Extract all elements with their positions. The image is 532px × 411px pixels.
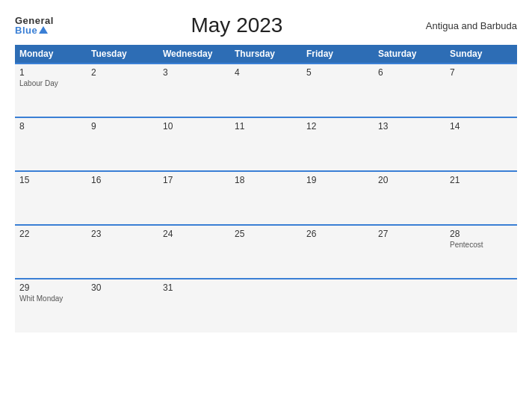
calendar-cell: 9 <box>87 117 158 171</box>
col-header-tuesday: Tuesday <box>87 45 158 64</box>
logo-triangle-icon <box>39 26 48 34</box>
day-number: 1 <box>19 67 82 78</box>
day-number: 15 <box>19 175 82 185</box>
day-number: 4 <box>235 67 297 78</box>
day-number: 7 <box>450 67 513 78</box>
calendar-cell <box>374 279 445 333</box>
day-number: 23 <box>91 229 154 239</box>
calendar-table: MondayTuesdayWednesdayThursdayFridaySatu… <box>15 45 517 333</box>
day-number: 26 <box>306 229 369 239</box>
calendar-cell: 27 <box>374 225 445 279</box>
day-number: 13 <box>378 121 441 132</box>
day-number: 19 <box>306 175 369 185</box>
day-number: 28 <box>450 229 513 239</box>
header: General Blue May 2023 Antigua and Barbud… <box>15 13 517 37</box>
calendar-cell: 17 <box>158 171 230 225</box>
calendar-week-row: 1Labour Day234567 <box>15 64 517 117</box>
day-number: 29 <box>19 282 82 293</box>
calendar-cell: 30 <box>87 279 158 333</box>
day-number: 17 <box>163 175 226 185</box>
calendar-cell: 28Pentecost <box>445 225 517 279</box>
day-number: 21 <box>450 175 513 185</box>
day-number: 31 <box>163 282 226 293</box>
calendar-cell: 11 <box>230 117 302 171</box>
calendar-cell: 22 <box>15 225 87 279</box>
day-number: 16 <box>91 175 154 185</box>
holiday-label: Pentecost <box>450 241 513 249</box>
calendar-cell: 2 <box>87 64 158 117</box>
calendar-cell: 6 <box>374 64 445 117</box>
calendar-cell: 15 <box>15 171 87 225</box>
calendar-cell: 5 <box>302 64 374 117</box>
calendar-cell: 26 <box>302 225 374 279</box>
col-header-friday: Friday <box>302 45 374 64</box>
day-number: 20 <box>378 175 441 185</box>
day-number: 9 <box>91 121 154 132</box>
day-number: 6 <box>378 67 441 78</box>
calendar-cell: 25 <box>230 225 302 279</box>
day-number: 2 <box>91 67 154 78</box>
calendar-cell: 7 <box>445 64 517 117</box>
col-header-thursday: Thursday <box>230 45 302 64</box>
calendar-cell: 10 <box>158 117 230 171</box>
calendar-cell: 21 <box>445 171 517 225</box>
calendar-cell: 31 <box>158 279 230 333</box>
day-number: 14 <box>450 121 513 132</box>
calendar-cell <box>230 279 302 333</box>
day-number: 25 <box>235 229 297 239</box>
calendar-cell: 14 <box>445 117 517 171</box>
calendar-cell: 13 <box>374 117 445 171</box>
calendar-cell <box>302 279 374 333</box>
day-number: 22 <box>19 229 82 239</box>
day-number: 5 <box>306 67 369 78</box>
col-header-monday: Monday <box>15 45 87 64</box>
calendar-cell: 3 <box>158 64 230 117</box>
calendar-cell: 8 <box>15 117 87 171</box>
day-number: 27 <box>378 229 441 239</box>
calendar-cell: 4 <box>230 64 302 117</box>
logo: General Blue <box>15 16 54 35</box>
calendar-cell: 19 <box>302 171 374 225</box>
calendar-week-row: 22232425262728Pentecost <box>15 225 517 279</box>
country-label: Antigua and Barbuda <box>420 20 517 31</box>
day-number: 10 <box>163 121 226 132</box>
col-header-sunday: Sunday <box>445 45 517 64</box>
day-number: 8 <box>19 121 82 132</box>
calendar-cell <box>445 279 517 333</box>
calendar-cell: 20 <box>374 171 445 225</box>
calendar-title: May 2023 <box>54 13 420 37</box>
calendar-cell: 1Labour Day <box>15 64 87 117</box>
calendar-cell: 29Whit Monday <box>15 279 87 333</box>
calendar-cell: 23 <box>87 225 158 279</box>
calendar-week-row: 15161718192021 <box>15 171 517 225</box>
calendar-cell: 16 <box>87 171 158 225</box>
col-header-saturday: Saturday <box>374 45 445 64</box>
col-header-wednesday: Wednesday <box>158 45 230 64</box>
day-number: 24 <box>163 229 226 239</box>
day-number: 18 <box>235 175 297 185</box>
holiday-label: Whit Monday <box>19 294 82 303</box>
page: General Blue May 2023 Antigua and Barbud… <box>0 0 532 411</box>
calendar-cell: 18 <box>230 171 302 225</box>
calendar-header-row: MondayTuesdayWednesdayThursdayFridaySatu… <box>15 45 517 64</box>
day-number: 11 <box>235 121 297 132</box>
calendar-week-row: 891011121314 <box>15 117 517 171</box>
calendar-cell: 24 <box>158 225 230 279</box>
day-number: 3 <box>163 67 226 78</box>
day-number: 12 <box>306 121 369 132</box>
holiday-label: Labour Day <box>19 79 82 87</box>
day-number: 30 <box>91 282 154 293</box>
logo-blue-text: Blue <box>15 25 48 35</box>
calendar-week-row: 29Whit Monday3031 <box>15 279 517 333</box>
calendar-cell: 12 <box>302 117 374 171</box>
